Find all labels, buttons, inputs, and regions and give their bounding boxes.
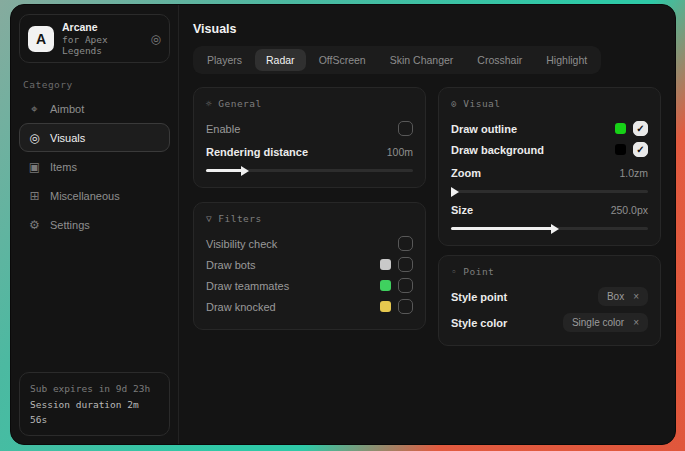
panel-title: Point [463,266,494,277]
app-window: A Arcane for Apex Legends ◎ Category ⌖ A… [10,4,676,445]
panel-title: General [218,98,262,109]
category-label: Category [23,79,178,90]
sidebar-item-label: Miscellaneous [50,190,120,202]
dot-icon: ◦ [451,266,457,277]
tab-players[interactable]: Players [196,49,253,71]
crosshair-icon: ⌖ [28,102,41,116]
size-value: 250.0px [611,204,648,216]
sidebar: A Arcane for Apex Legends ◎ Category ⌖ A… [11,5,179,444]
gear-icon: ⚙ [28,218,41,232]
style-point-select[interactable]: Box × [598,287,648,306]
sidebar-item-visuals[interactable]: ◎ Visuals [19,123,170,152]
tab-radar[interactable]: Radar [255,49,306,71]
app-name: Arcane [62,21,143,34]
panel-title: Visual [463,98,500,109]
subscription-status-card: Sub expires in 9d 23h Session duration 2… [19,372,170,436]
zoom-value: 1.0zm [619,167,648,179]
slider-thumb[interactable] [241,166,249,176]
zoom-slider[interactable] [451,190,648,193]
app-subtitle: for Apex Legends [62,34,143,57]
style-color-value: Single color [572,317,624,328]
target-icon[interactable]: ◎ [151,32,161,46]
style-point-label: Style point [451,291,507,303]
draw-background-label: Draw background [451,144,544,156]
draw-teammates-label: Draw teammates [206,280,289,292]
sidebar-item-label: Settings [50,219,90,231]
sidebar-item-label: Aimbot [50,103,84,115]
draw-outline-checkbox[interactable]: ✓ [633,121,648,136]
slider-thumb[interactable] [551,224,559,234]
sidebar-item-label: Items [50,161,77,173]
session-duration-text: Session duration 2m 56s [30,397,159,427]
draw-knocked-checkbox[interactable] [398,299,413,314]
app-header-card: A Arcane for Apex Legends ◎ [19,14,170,63]
sidebar-item-aimbot[interactable]: ⌖ Aimbot [19,94,170,123]
panel-point: ◦ Point Style point Box × Style color S [438,255,661,346]
panel-general: ☼ General Enable Rendering distance 100m [193,87,426,188]
box-icon: ▣ [28,160,41,174]
sidebar-item-label: Visuals [50,132,85,144]
main-content: Visuals Players Radar OffScreen Skin Cha… [179,5,675,444]
visibility-check-label: Visibility check [206,238,277,250]
sidebar-item-miscellaneous[interactable]: ⊞ Miscellaneous [19,181,170,210]
visibility-check-checkbox[interactable] [398,236,413,251]
draw-teammates-checkbox[interactable] [398,278,413,293]
sidebar-item-settings[interactable]: ⚙ Settings [19,210,170,239]
tab-skin-changer[interactable]: Skin Changer [379,49,465,71]
sub-expiry-text: Sub expires in 9d 23h [30,381,159,396]
grid-icon: ⊞ [28,189,41,203]
zoom-label: Zoom [451,167,481,179]
eye-icon: ⊙ [451,98,457,109]
size-slider[interactable] [451,227,648,230]
panel-title: Filters [218,213,262,224]
tab-crosshair[interactable]: Crosshair [466,49,533,71]
style-color-select[interactable]: Single color × [563,313,648,332]
size-label: Size [451,204,473,216]
draw-bots-checkbox[interactable] [398,257,413,272]
style-point-value: Box [607,291,624,302]
draw-outline-color-swatch[interactable] [615,123,626,134]
draw-knocked-color-swatch[interactable] [380,301,391,312]
slider-thumb[interactable] [451,187,459,197]
clear-icon[interactable]: × [633,291,639,302]
rendering-distance-slider[interactable] [206,169,413,172]
tab-highlight[interactable]: Highlight [535,49,598,71]
draw-bots-label: Draw bots [206,259,256,271]
draw-bots-color-swatch[interactable] [380,259,391,270]
panel-filters: ▽ Filters Visibility check Draw bots [193,202,426,330]
clear-icon[interactable]: × [633,317,639,328]
tab-offscreen[interactable]: OffScreen [308,49,377,71]
radar-icon: ◎ [28,131,41,145]
sidebar-nav: ⌖ Aimbot ◎ Visuals ▣ Items ⊞ Miscellaneo… [11,94,178,239]
sun-icon: ☼ [206,98,212,109]
tab-bar: Players Radar OffScreen Skin Changer Cro… [193,46,601,74]
funnel-icon: ▽ [206,213,212,224]
sidebar-item-items[interactable]: ▣ Items [19,152,170,181]
draw-teammates-color-swatch[interactable] [380,280,391,291]
rendering-distance-label: Rendering distance [206,146,308,158]
app-logo: A [28,26,54,52]
draw-background-checkbox[interactable]: ✓ [633,142,648,157]
page-title: Visuals [179,5,675,36]
draw-outline-label: Draw outline [451,123,517,135]
style-color-label: Style color [451,317,507,329]
draw-background-color-swatch[interactable] [615,144,626,155]
enable-checkbox[interactable] [398,121,413,136]
panel-visual: ⊙ Visual Draw outline ✓ Draw background [438,87,661,246]
rendering-distance-value: 100m [387,146,413,158]
draw-knocked-label: Draw knocked [206,301,276,313]
enable-label: Enable [206,123,240,135]
